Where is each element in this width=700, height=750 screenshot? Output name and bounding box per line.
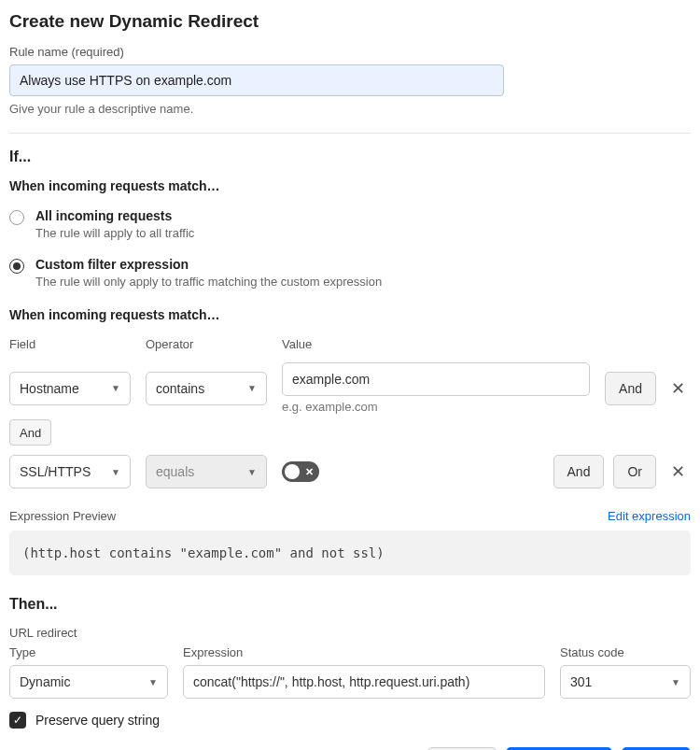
and-button[interactable]: And [553, 455, 605, 488]
expression-preview: (http.host contains "example.com" and no… [9, 531, 691, 575]
chevron-down-icon: ▼ [111, 383, 120, 393]
radio-option-all[interactable]: All incoming requests The rule will appl… [9, 208, 691, 240]
field-select[interactable]: Hostname ▼ [9, 372, 131, 405]
remove-row-icon[interactable]: ✕ [665, 461, 691, 482]
col-field-label: Field [9, 337, 131, 351]
operator-value: equals [156, 464, 194, 479]
edit-expression-link[interactable]: Edit expression [608, 509, 691, 523]
col-value-label: Value [282, 337, 691, 351]
radio-option-custom[interactable]: Custom filter expression The rule will o… [9, 257, 691, 289]
radio-icon [9, 210, 24, 225]
type-value: Dynamic [20, 674, 70, 689]
then-heading: Then... [9, 596, 691, 613]
if-heading: If... [9, 149, 691, 165]
radio-icon-selected [9, 259, 24, 274]
chevron-down-icon: ▼ [148, 677, 158, 687]
field-value: Hostname [20, 381, 79, 396]
expression-row: Hostname ▼ contains ▼ e.g. example.com A… [9, 362, 691, 414]
preserve-query-checkbox[interactable]: ✓ [9, 712, 26, 729]
connector-and-button[interactable]: And [9, 419, 51, 446]
radio-all-desc: The rule will apply to all traffic [35, 226, 194, 240]
expression-input[interactable] [183, 665, 545, 699]
builder-heading: When incoming requests match… [9, 307, 691, 322]
chevron-down-icon: ▼ [247, 383, 257, 393]
url-redirect-label: URL redirect [9, 626, 691, 640]
field-value: SSL/HTTPS [20, 464, 91, 479]
radio-custom-title: Custom filter expression [35, 257, 382, 272]
ssl-toggle[interactable]: ✕ [282, 461, 319, 482]
expression-row: SSL/HTTPS ▼ equals ▼ ✕ And Or ✕ [9, 455, 691, 488]
page-title: Create new Dynamic Redirect [9, 11, 691, 32]
value-hint: e.g. example.com [282, 400, 590, 414]
operator-select-disabled: equals ▼ [146, 455, 267, 488]
remove-row-icon[interactable]: ✕ [665, 378, 691, 399]
chevron-down-icon: ▼ [111, 467, 120, 477]
operator-select[interactable]: contains ▼ [146, 372, 267, 405]
rule-name-helper: Give your rule a descriptive name. [9, 102, 691, 116]
check-icon: ✓ [13, 714, 22, 727]
status-code-label: Status code [560, 645, 691, 659]
or-button[interactable]: Or [613, 455, 656, 488]
field-select[interactable]: SSL/HTTPS ▼ [9, 455, 131, 488]
match-heading: When incoming requests match… [9, 178, 691, 193]
status-code-select[interactable]: 301 ▼ [560, 665, 691, 699]
value-input[interactable] [282, 362, 590, 396]
preserve-query-label: Preserve query string [35, 713, 160, 728]
type-label: Type [9, 645, 168, 659]
divider [9, 133, 691, 134]
rule-name-label: Rule name (required) [9, 45, 691, 59]
radio-all-title: All incoming requests [35, 208, 194, 223]
operator-value: contains [156, 381, 204, 396]
col-operator-label: Operator [146, 337, 267, 351]
status-code-value: 301 [570, 674, 592, 689]
preview-label: Expression Preview [9, 509, 116, 523]
toggle-off-icon: ✕ [305, 466, 314, 478]
radio-custom-desc: The rule will only apply to traffic matc… [35, 275, 382, 289]
type-select[interactable]: Dynamic ▼ [9, 665, 168, 699]
chevron-down-icon: ▼ [247, 467, 257, 477]
rule-name-input[interactable] [9, 64, 504, 96]
chevron-down-icon: ▼ [671, 677, 680, 687]
and-button[interactable]: And [605, 372, 656, 405]
expression-label: Expression [183, 645, 545, 659]
